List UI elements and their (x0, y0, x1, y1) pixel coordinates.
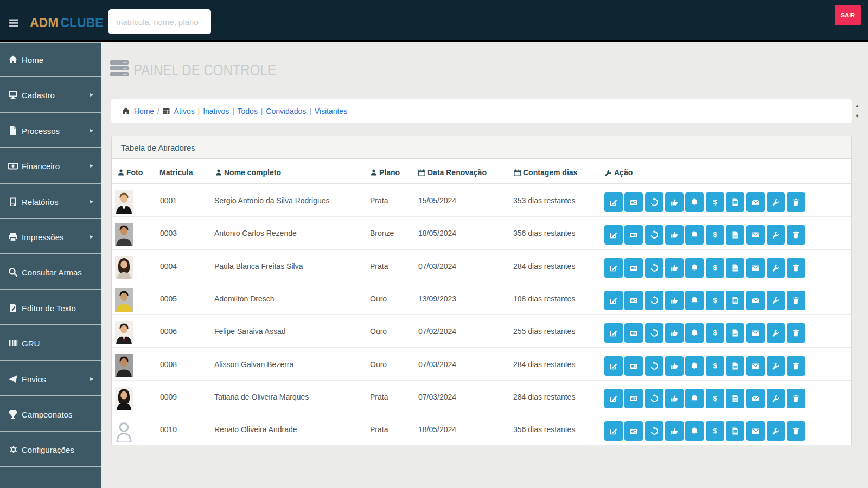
svg-text:$: $ (713, 329, 717, 337)
svg-text:$: $ (713, 296, 717, 304)
svg-text:$: $ (713, 264, 717, 272)
svg-text:$: $ (713, 427, 717, 435)
svg-text:$: $ (713, 394, 717, 402)
svg-text:$: $ (713, 231, 717, 239)
svg-text:$: $ (713, 198, 717, 206)
svg-text:$: $ (713, 362, 717, 370)
